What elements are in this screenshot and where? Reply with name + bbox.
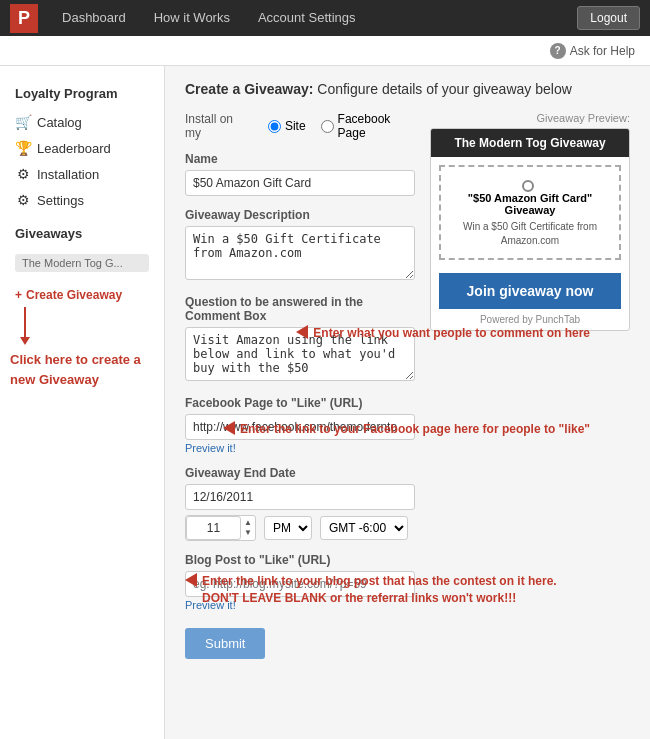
form-layout: Install on my Site Facebook Page Name	[185, 112, 630, 659]
giveaways-title: Giveaways	[0, 221, 164, 249]
sidebar-settings-label: Settings	[37, 193, 84, 208]
blog-url-input[interactable]	[185, 571, 415, 597]
sidebar-installation-label: Installation	[37, 167, 99, 182]
top-navigation: P Dashboard How it Works Account Setting…	[0, 0, 650, 36]
form-left: Install on my Site Facebook Page Name	[185, 112, 415, 659]
install-facebook-radio[interactable]	[321, 120, 334, 133]
facebook-url-input[interactable]	[185, 414, 415, 440]
sidebar-item-leaderboard[interactable]: 🏆 Leaderboard	[0, 135, 164, 161]
create-giveaway-button[interactable]: + Create Giveaway	[0, 283, 164, 307]
install-on-group: Install on my Site Facebook Page	[185, 112, 415, 140]
create-giveaway-label: Create Giveaway	[26, 288, 122, 302]
facebook-url-label: Facebook Page to "Like" (URL)	[185, 396, 415, 410]
sidebar-catalog-label: Catalog	[37, 115, 82, 130]
description-textarea[interactable]: Win a $50 Gift Certificate from Amazon.c…	[185, 226, 415, 280]
question-label: Question to be answered in the Comment B…	[185, 295, 415, 323]
name-input[interactable]	[185, 170, 415, 196]
preview-radio-icon	[522, 180, 534, 192]
timezone-select[interactable]: GMT -6:00	[320, 516, 408, 540]
sidebar: Loyalty Program 🛒 Catalog 🏆 Leaderboard …	[0, 66, 165, 739]
settings-icon: ⚙	[15, 192, 31, 208]
join-giveaway-button[interactable]: Join giveaway now	[439, 273, 621, 309]
preview-title: "$50 Amazon Gift Card" Giveaway	[451, 192, 609, 216]
install-facebook-text: Facebook Page	[338, 112, 415, 140]
preview-label: Giveaway Preview:	[430, 112, 630, 124]
end-date-input[interactable]	[185, 484, 415, 510]
install-label: Install on my	[185, 112, 248, 140]
blog-url-group: Blog Post to "Like" (URL) Preview it! En…	[185, 553, 415, 611]
end-date-group: Giveaway End Date ▲ ▼ PM	[185, 466, 415, 541]
catalog-icon: 🛒	[15, 114, 31, 130]
giveaway-name[interactable]: The Modern Tog G...	[15, 254, 149, 272]
ampm-select[interactable]: PM AM	[264, 516, 312, 540]
install-facebook-label[interactable]: Facebook Page	[321, 112, 415, 140]
page-title: Create a Giveaway: Configure details of …	[185, 81, 630, 97]
sidebar-item-settings[interactable]: ⚙ Settings	[0, 187, 164, 213]
logo-icon: P	[10, 4, 38, 33]
powered-by-label: Powered by PunchTab	[431, 309, 629, 330]
form-right: Giveaway Preview: The Modern Tog Giveawa…	[430, 112, 630, 659]
sidebar-item-installation[interactable]: ⚙ Installation	[0, 161, 164, 187]
datetime-row: ▲ ▼ PM AM GMT -6:00	[185, 515, 415, 541]
help-link[interactable]: ? Ask for Help	[550, 43, 635, 59]
logout-button[interactable]: Logout	[577, 6, 640, 30]
end-date-label: Giveaway End Date	[185, 466, 415, 480]
description-group: Giveaway Description Win a $50 Gift Cert…	[185, 208, 415, 283]
nav-how-it-works[interactable]: How it Works	[140, 0, 244, 36]
help-icon: ?	[550, 43, 566, 59]
preview-header: The Modern Tog Giveaway	[431, 129, 629, 157]
nav-account-settings[interactable]: Account Settings	[244, 0, 370, 36]
content-area: Create a Giveaway: Configure details of …	[165, 66, 650, 739]
help-label: Ask for Help	[570, 44, 635, 58]
nav-dashboard[interactable]: Dashboard	[48, 0, 140, 36]
facebook-url-group: Facebook Page to "Like" (URL) Preview it…	[185, 396, 415, 454]
time-input[interactable]	[186, 516, 241, 540]
sidebar-annotation: Click here to create a new Giveaway	[0, 307, 164, 394]
time-up-arrow[interactable]: ▲	[244, 518, 252, 528]
giveaway-list-item: The Modern Tog G...	[0, 249, 164, 283]
time-arrows: ▲ ▼	[241, 518, 255, 537]
preview-description: Win a $50 Gift Certificate from Amazon.c…	[451, 220, 609, 248]
loyalty-program-title: Loyalty Program	[0, 81, 164, 109]
secondary-bar: ? Ask for Help	[0, 36, 650, 66]
time-stepper: ▲ ▼	[185, 515, 256, 541]
facebook-preview-link[interactable]: Preview it!	[185, 442, 415, 454]
preview-box: The Modern Tog Giveaway "$50 Amazon Gift…	[430, 128, 630, 331]
leaderboard-icon: 🏆	[15, 140, 31, 156]
name-label: Name	[185, 152, 415, 166]
blog-url-label: Blog Post to "Like" (URL)	[185, 553, 415, 567]
question-textarea[interactable]: Visit Amazon using the link below and li…	[185, 327, 415, 381]
blog-preview-link[interactable]: Preview it!	[185, 599, 415, 611]
time-down-arrow[interactable]: ▼	[244, 528, 252, 538]
description-label: Giveaway Description	[185, 208, 415, 222]
main-layout: Loyalty Program 🛒 Catalog 🏆 Leaderboard …	[0, 66, 650, 739]
nav-links: Dashboard How it Works Account Settings	[48, 0, 577, 36]
install-site-label[interactable]: Site	[268, 119, 306, 133]
installation-icon: ⚙	[15, 166, 31, 182]
sidebar-item-catalog[interactable]: 🛒 Catalog	[0, 109, 164, 135]
sidebar-annotation-text: Click here to create a new Giveaway	[0, 345, 164, 394]
name-group: Name	[185, 152, 415, 196]
plus-icon: +	[15, 288, 22, 302]
submit-button[interactable]: Submit	[185, 628, 265, 659]
install-site-radio[interactable]	[268, 120, 281, 133]
sidebar-leaderboard-label: Leaderboard	[37, 141, 111, 156]
question-group: Question to be answered in the Comment B…	[185, 295, 415, 384]
preview-content: "$50 Amazon Gift Card" Giveaway Win a $5…	[439, 165, 621, 260]
install-site-text: Site	[285, 119, 306, 133]
